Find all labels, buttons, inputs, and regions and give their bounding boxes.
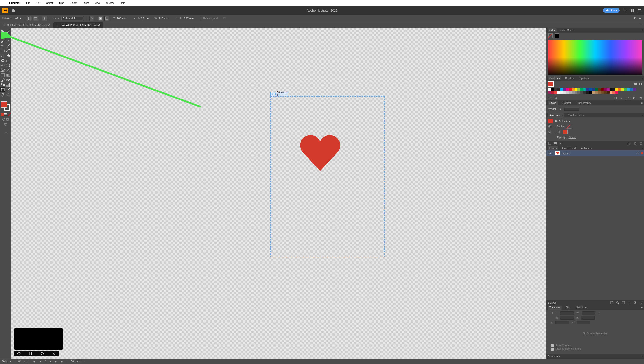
scale-tool-icon[interactable]	[6, 58, 11, 63]
fill-swatch[interactable]	[563, 130, 568, 134]
swatch[interactable]	[601, 88, 604, 91]
gradient-tool-icon[interactable]	[6, 73, 11, 78]
swatch[interactable]	[548, 88, 551, 91]
tab-transform[interactable]: Transform	[548, 306, 562, 310]
direct-selection-tool-icon[interactable]	[6, 29, 11, 34]
swatch[interactable]	[548, 91, 551, 94]
swatch[interactable]	[604, 91, 606, 94]
close-tab-icon[interactable]: ×	[4, 24, 5, 26]
delete-artboard-icon[interactable]	[42, 16, 47, 21]
solid-color-icon[interactable]	[1, 113, 4, 116]
swatch[interactable]	[566, 91, 569, 94]
tab-graphic-styles[interactable]: Graphic Styles	[566, 113, 585, 117]
status-more-icon[interactable]: ▸	[84, 360, 85, 363]
draw-normal-icon[interactable]	[2, 118, 5, 121]
paintbrush-tool-icon[interactable]	[6, 48, 11, 54]
tab-overflow-icon[interactable]: ≡	[640, 23, 641, 26]
w-input[interactable]	[159, 17, 172, 20]
swatch[interactable]	[563, 91, 566, 94]
swatch[interactable]	[612, 88, 615, 91]
tab-brushes[interactable]: Brushes	[564, 76, 576, 80]
ref-point-icon[interactable]	[98, 16, 103, 21]
swatch[interactable]	[563, 88, 566, 91]
layer-export-icon[interactable]	[610, 301, 614, 304]
eraser-tool-icon[interactable]	[6, 54, 11, 58]
menu-illustrator[interactable]: Illustrator	[9, 2, 20, 4]
menu-effect[interactable]: Effect	[82, 2, 88, 4]
swatch[interactable]	[630, 88, 633, 91]
arrange-panels-icon[interactable]	[630, 8, 634, 12]
menu-window[interactable]: Window	[106, 2, 114, 4]
swatch[interactable]	[592, 88, 595, 91]
edit-toolbar-icon[interactable]: ···	[4, 131, 7, 134]
swatch[interactable]	[566, 88, 569, 91]
black-swatch[interactable]	[555, 34, 559, 38]
swatch-grid[interactable]	[548, 88, 636, 94]
hand-tool-icon[interactable]	[0, 92, 5, 97]
fill-stroke-indicator[interactable]	[1, 102, 10, 111]
h-input[interactable]	[184, 17, 197, 20]
swatch-grid-icon[interactable]	[639, 82, 642, 86]
swatch[interactable]	[598, 91, 601, 94]
menu-file[interactable]: File	[26, 2, 30, 4]
ab-nav-value[interactable]: 1	[45, 360, 46, 363]
status-label[interactable]: Artboard	[71, 360, 80, 363]
landscape-icon[interactable]	[33, 16, 38, 21]
swatch[interactable]	[572, 91, 574, 94]
none-swatch-icon[interactable]	[548, 34, 553, 38]
layer-name[interactable]: Layer 1	[562, 152, 570, 154]
swatch[interactable]	[589, 91, 592, 94]
tab-color[interactable]: Color	[548, 28, 556, 32]
new-color-group-icon[interactable]	[626, 96, 630, 100]
swatch[interactable]	[615, 88, 618, 91]
target-icon[interactable]	[637, 152, 639, 154]
swatch[interactable]	[578, 88, 580, 91]
heart-shape[interactable]	[298, 133, 343, 172]
swatch[interactable]	[610, 88, 612, 91]
tab-color-guide[interactable]: Color Guide	[559, 28, 575, 32]
artboard-label[interactable]: 01 Artboard 1	[270, 92, 288, 96]
menu-edit[interactable]: Edit	[36, 2, 40, 4]
new-fill-icon[interactable]	[554, 142, 557, 145]
swatch[interactable]	[615, 91, 618, 94]
delete-layer-icon[interactable]	[639, 301, 642, 304]
last-ab-icon[interactable]	[61, 360, 64, 363]
artboard[interactable]: 01 Artboard 1	[271, 96, 384, 257]
stepper-icon[interactable]	[559, 108, 562, 110]
swatch[interactable]	[604, 88, 606, 91]
fill-box[interactable]	[1, 102, 7, 108]
curvature-tool-icon[interactable]	[6, 39, 11, 44]
portrait-icon[interactable]	[27, 16, 32, 21]
swatch[interactable]	[618, 88, 621, 91]
swatch[interactable]	[633, 88, 636, 91]
none-color-icon[interactable]	[8, 113, 10, 116]
swatch[interactable]	[569, 91, 572, 94]
visibility-icon[interactable]	[548, 125, 551, 128]
screen-mode-icon[interactable]	[4, 123, 7, 126]
tab-swatches[interactable]: Swatches	[548, 76, 561, 80]
tab-transparency[interactable]: Transparency	[575, 101, 592, 105]
shape-builder-tool-icon[interactable]	[0, 68, 5, 73]
prev-ab-icon[interactable]	[39, 360, 42, 363]
weight-input[interactable]	[564, 108, 579, 111]
tab-stroke[interactable]: Stroke	[548, 101, 558, 105]
preset-dropdown-icon[interactable]: ▾	[20, 17, 21, 20]
x-input[interactable]	[117, 17, 130, 20]
pen-tool-icon[interactable]	[0, 39, 5, 44]
artboard-options-icon[interactable]	[222, 16, 227, 21]
slice-tool-icon[interactable]	[6, 87, 11, 92]
layer-row[interactable]: › Layer 1	[546, 150, 644, 156]
symbol-sprayer-tool-icon[interactable]	[0, 82, 5, 87]
tab-symbols[interactable]: Symbols	[578, 76, 590, 80]
restart-icon[interactable]	[40, 352, 44, 356]
swatch[interactable]	[554, 88, 557, 91]
zoom-value[interactable]: 50%	[2, 360, 7, 363]
menu-object[interactable]: Object	[46, 2, 53, 4]
new-layer-icon[interactable]: +	[633, 301, 637, 304]
opacity-label[interactable]: Opacity:	[557, 136, 566, 138]
tf-angle-input[interactable]	[556, 320, 569, 324]
fill-label[interactable]: Fill:	[557, 130, 561, 133]
tab-asset-export[interactable]: Asset Export	[560, 146, 577, 150]
swatch[interactable]	[586, 88, 589, 91]
swatch[interactable]	[560, 88, 563, 91]
